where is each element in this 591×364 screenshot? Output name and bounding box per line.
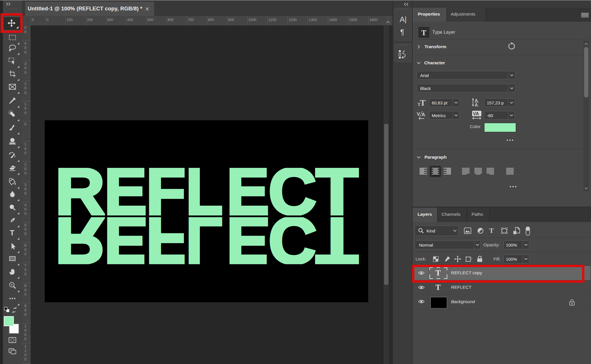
svg-text:T: T [418, 102, 420, 106]
svg-text:VA: VA [473, 111, 479, 116]
svg-text:T: T [10, 229, 14, 237]
svg-text:A: A [475, 102, 478, 106]
svg-text:V: V [417, 111, 420, 117]
svg-text:A: A [422, 112, 425, 117]
svg-text:T: T [420, 99, 426, 106]
